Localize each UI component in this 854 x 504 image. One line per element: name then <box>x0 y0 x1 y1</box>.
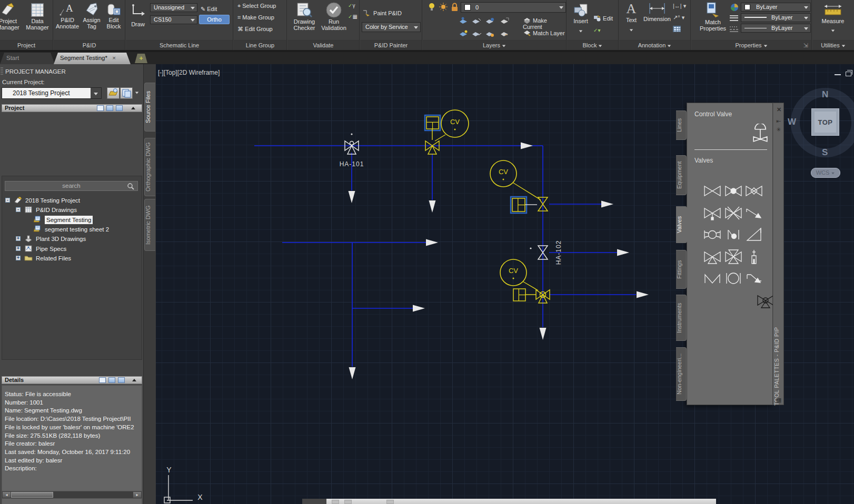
tree-item[interactable]: +Plant 3D Drawings <box>2 235 142 244</box>
search-input[interactable]: search <box>5 181 138 191</box>
details-header-icon-1[interactable] <box>99 377 106 383</box>
panel-label-block[interactable]: Block <box>567 40 618 50</box>
compass-west[interactable]: W <box>788 117 796 127</box>
dwg-tab-orthographic-dwg[interactable]: Orthographic DWG <box>144 138 155 196</box>
tool-control-valve[interactable] <box>749 123 771 146</box>
compass-north[interactable]: N <box>822 89 828 100</box>
painter-mode-combo[interactable]: Color by Service <box>362 22 421 32</box>
panel-expander-icon[interactable]: ⇲ <box>803 41 808 50</box>
tool-valve-double-gate[interactable] <box>744 183 764 199</box>
status-icon-2[interactable] <box>344 500 352 504</box>
tab-start[interactable]: Start <box>0 53 55 64</box>
tool-valve-ball-straight[interactable] <box>702 227 722 243</box>
tool-valve-plug-circle[interactable] <box>723 270 743 286</box>
lineweight-icon[interactable] <box>729 15 739 22</box>
layer-lock-icon[interactable] <box>451 3 459 12</box>
data-manager-button[interactable]: DataManager <box>23 2 52 31</box>
horizontal-scrollbar[interactable]: ◂ ▸ <box>2 491 142 499</box>
project-manager-button[interactable]: ProjectManager <box>0 2 23 31</box>
match-properties-button[interactable]: MatchProperties <box>699 1 727 32</box>
ortho-toggle[interactable]: Ortho <box>199 15 230 24</box>
status-icon-3[interactable] <box>386 500 394 504</box>
pid-annotate-button[interactable]: A P&IDAnnotate <box>55 2 80 29</box>
lineweight-combo[interactable]: ByLayer <box>741 13 811 22</box>
select-group-button[interactable]: ⌖ Select Group <box>237 3 276 9</box>
table-icon[interactable] <box>673 26 681 32</box>
tree-expander[interactable]: - <box>16 207 21 212</box>
new-drawing-dropdown[interactable] <box>135 92 138 94</box>
balloon-label[interactable]: CV <box>450 118 460 126</box>
project-header-icon-2[interactable] <box>106 105 113 111</box>
balloon-label[interactable]: CV <box>499 168 508 176</box>
validation-report-icon[interactable]: ✓▦ <box>348 14 358 19</box>
palette-grid-icon[interactable]: ▦ <box>776 397 781 403</box>
tree-expander[interactable]: + <box>16 246 21 251</box>
tree-item-label[interactable]: segment testing sheet 2 <box>45 225 109 234</box>
tree-item-label[interactable]: Plant 3D Drawings <box>36 235 86 243</box>
run-validation-button[interactable]: RunValidation <box>319 2 349 31</box>
layer-sun-icon[interactable] <box>439 3 448 12</box>
schematic-edit-button[interactable]: ✎ Edit <box>201 4 217 13</box>
drawing-checker-button[interactable]: DrawingChecker <box>291 2 318 31</box>
tree-item[interactable]: +Related Files <box>2 254 142 263</box>
details-header-icon-2[interactable] <box>108 377 115 383</box>
tool-valve-check[interactable] <box>744 205 764 221</box>
flow-arrow[interactable] <box>429 200 436 213</box>
block-edit-button[interactable]: Edit <box>593 15 613 22</box>
tool-valve-ball[interactable] <box>723 183 743 199</box>
scroll-left-arrow[interactable]: ◂ <box>3 492 11 498</box>
compass-south[interactable]: S <box>822 147 828 158</box>
valve-three-way-h[interactable] <box>425 141 439 154</box>
project-section-header[interactable]: Project <box>2 104 142 112</box>
tree-expander[interactable]: + <box>16 236 21 241</box>
tree-item-label[interactable]: 2018 Testing Project <box>25 196 80 205</box>
valve-three-way-h[interactable] <box>345 141 359 154</box>
tree-item[interactable]: segment testing sheet 2 <box>2 225 142 234</box>
edit-block-button[interactable]: EditBlock <box>103 2 124 29</box>
tree-expander[interactable]: - <box>5 198 10 203</box>
flow-arrow[interactable] <box>617 249 629 256</box>
equipment-tag[interactable]: HA-101 <box>340 160 364 168</box>
details-section-header[interactable]: Details <box>2 376 142 384</box>
viewcube-top-face[interactable]: TOP <box>811 108 839 136</box>
flow-arrow[interactable] <box>540 328 547 340</box>
dwg-tab-source-files[interactable]: Source Files <box>144 83 155 132</box>
text-button[interactable]: A Text <box>621 1 641 34</box>
tool-valve-ball-top[interactable] <box>723 227 743 243</box>
layer-combo[interactable]: 0 <box>461 2 566 13</box>
panel-label-annotation[interactable]: Annotation <box>619 40 690 50</box>
palette-properties-icon[interactable]: ✳ <box>776 126 781 133</box>
palette-tab-lines[interactable]: Lines <box>676 110 687 140</box>
tool-valve-angle-check[interactable] <box>744 270 764 286</box>
tool-valve-weir[interactable] <box>702 270 722 286</box>
tree-item-label[interactable]: Pipe Specs <box>36 245 66 253</box>
linetype-icon[interactable] <box>729 25 739 33</box>
panel-label-properties[interactable]: Properties ⇲ <box>691 40 811 50</box>
pipe-spec-combo[interactable]: CS150 <box>150 15 197 24</box>
tree-expander[interactable]: + <box>16 256 21 260</box>
flow-arrow[interactable] <box>601 201 613 208</box>
flow-arrow[interactable] <box>349 191 355 203</box>
tool-valve-gate[interactable] <box>702 183 722 199</box>
tool-valve-cross[interactable] <box>723 205 743 221</box>
palette-tab-valves[interactable]: Valves <box>676 206 687 243</box>
match-layer-button[interactable]: Match Layer <box>523 29 565 36</box>
tool-valve-angle[interactable] <box>744 227 764 243</box>
paint-pid-button[interactable]: Paint P&ID <box>362 8 402 17</box>
insert-button[interactable]: Insert <box>570 2 591 35</box>
new-tab-button[interactable]: + <box>135 54 147 63</box>
color-wheel-icon[interactable] <box>730 3 739 12</box>
linetype-combo[interactable]: ByLayer <box>741 24 811 33</box>
measure-button[interactable]: Measure <box>820 2 846 34</box>
palette-autohide-icon[interactable]: ⇤ <box>776 118 781 124</box>
leader-icon[interactable]: ↗° ▾ <box>673 14 684 21</box>
flow-arrow[interactable] <box>413 305 425 312</box>
tree-item[interactable]: -P&ID Drawings <box>2 206 142 215</box>
dim-style-icon[interactable]: |↔| ▾ <box>673 3 686 9</box>
node-dot[interactable] <box>530 247 531 249</box>
equipment-tag[interactable]: HA-102 <box>555 240 562 265</box>
combo-arrow-button[interactable] <box>91 88 101 98</box>
palette-tab-non-engineeri-[interactable]: Non-engineeri... <box>676 347 687 401</box>
line-assignment-combo[interactable]: Unassigned <box>150 3 197 12</box>
block-attribute-icon[interactable]: ✓▾ <box>593 27 600 33</box>
